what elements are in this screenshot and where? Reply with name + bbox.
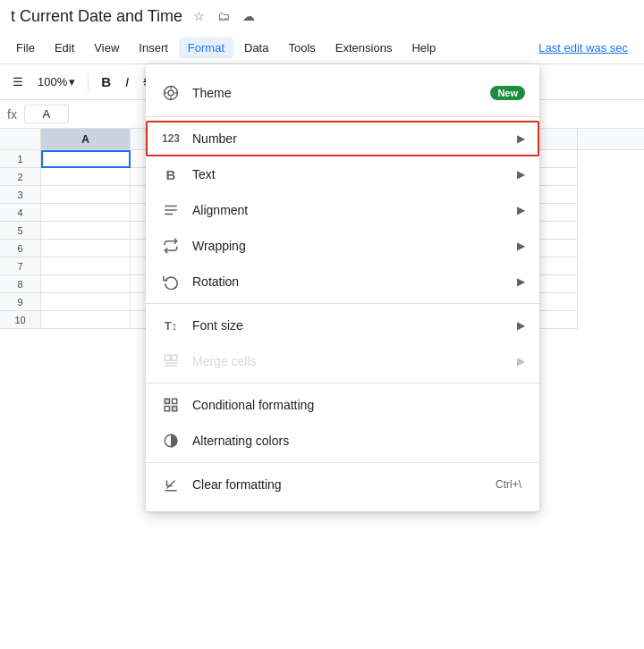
- grid-cell-a7[interactable]: [41, 257, 131, 275]
- wrapping-icon: [160, 235, 182, 257]
- svg-rect-13: [165, 399, 169, 403]
- text-arrow-icon: ▶: [517, 168, 525, 181]
- row-header-4: 4: [0, 204, 41, 222]
- svg-rect-16: [173, 407, 177, 411]
- text-label: Text: [192, 167, 517, 181]
- clear-formatting-label: Clear formatting: [192, 477, 496, 492]
- wrapping-menu-item[interactable]: Wrapping ▶: [146, 228, 539, 264]
- format-options-section: 123 Number ▶ B Text ▶ Alignment ▶: [146, 116, 539, 303]
- folder-icon[interactable]: 🗂: [215, 7, 233, 25]
- row-header-9: 9: [0, 293, 41, 311]
- grid-cell-a1[interactable]: [41, 150, 131, 168]
- svg-line-18: [167, 481, 175, 489]
- zoom-selector[interactable]: 100% ▾: [32, 72, 80, 92]
- menu-help[interactable]: Help: [402, 38, 445, 58]
- text-format-icon: B: [160, 164, 182, 185]
- row-header-1: 1: [0, 150, 41, 168]
- theme-label: Theme: [192, 86, 490, 100]
- title-icons: ☆ 🗂 ☁: [190, 7, 258, 25]
- svg-rect-9: [165, 355, 170, 360]
- rotation-menu-item[interactable]: Rotation ▶: [146, 264, 539, 299]
- grid-cell-a6[interactable]: [41, 240, 131, 257]
- font-size-label: Font size: [192, 318, 517, 333]
- clear-formatting-menu-item[interactable]: Clear formatting Ctrl+\: [146, 467, 539, 502]
- menu-view[interactable]: View: [85, 38, 128, 58]
- document-title: t Current Date and Time: [11, 7, 182, 26]
- svg-rect-15: [165, 407, 169, 411]
- title-bar: t Current Date and Time ☆ 🗂 ☁: [0, 0, 644, 32]
- menu-bar: File Edit View Insert Format Data Tools …: [0, 32, 644, 64]
- alignment-menu-item[interactable]: Alignment ▶: [146, 192, 539, 228]
- toolbar-divider-1: [88, 73, 89, 91]
- svg-rect-10: [172, 355, 177, 360]
- star-icon[interactable]: ☆: [190, 7, 208, 25]
- italic-button[interactable]: I: [120, 71, 134, 93]
- menu-tools[interactable]: Tools: [279, 38, 324, 58]
- grid-cell-a2[interactable]: [41, 168, 131, 186]
- grid-cell-a4[interactable]: [41, 204, 131, 222]
- alternating-colors-icon: [160, 430, 182, 451]
- alignment-icon: [160, 199, 182, 221]
- row-header-10: 10: [0, 311, 41, 329]
- theme-section: Theme New: [146, 70, 539, 116]
- grid-cell-a3[interactable]: [41, 186, 131, 204]
- menu-data[interactable]: Data: [235, 38, 277, 58]
- theme-icon: [160, 82, 182, 104]
- number-icon: 123: [160, 128, 182, 149]
- alternating-colors-menu-item[interactable]: Alternating colors: [146, 423, 539, 459]
- wrapping-arrow-icon: ▶: [517, 240, 525, 252]
- merge-cells-arrow-icon: ▶: [517, 355, 525, 367]
- svg-point-1: [168, 90, 174, 96]
- alternating-colors-label: Alternating colors: [192, 434, 525, 448]
- theme-menu-item[interactable]: Theme New: [146, 73, 539, 113]
- row-header-6: 6: [0, 240, 41, 257]
- format-dropdown-menu: Theme New 123 Number ▶ B Text ▶: [146, 64, 539, 511]
- grid-cell-a10[interactable]: [41, 311, 131, 329]
- text-menu-item[interactable]: B Text ▶: [146, 156, 539, 192]
- font-size-menu-item[interactable]: T↕ Font size ▶: [146, 308, 539, 343]
- grid-cell-a8[interactable]: [41, 275, 131, 293]
- cloud-icon[interactable]: ☁: [240, 7, 258, 25]
- fontsize-section: T↕ Font size ▶ Merge cells ▶: [146, 303, 539, 383]
- new-badge: New: [490, 86, 525, 100]
- rotation-icon: [160, 271, 182, 292]
- zoom-value: 100%: [38, 75, 67, 88]
- font-size-icon: T↕: [160, 315, 182, 336]
- clear-formatting-icon: [160, 474, 182, 495]
- svg-rect-14: [173, 399, 177, 403]
- clear-section: Clear formatting Ctrl+\: [146, 462, 539, 506]
- number-arrow-icon: ▶: [517, 132, 525, 145]
- row-header-2: 2: [0, 168, 41, 186]
- menu-insert[interactable]: Insert: [130, 38, 177, 58]
- merge-cells-label: Merge cells: [192, 354, 517, 368]
- menu-extensions[interactable]: Extensions: [326, 38, 402, 58]
- number-label: Number: [192, 131, 517, 146]
- menu-file[interactable]: File: [7, 38, 44, 58]
- cell-reference[interactable]: A: [24, 105, 69, 123]
- menu-format[interactable]: Format: [179, 38, 233, 58]
- menu-edit[interactable]: Edit: [46, 38, 83, 58]
- row-header-8: 8: [0, 275, 41, 293]
- wrapping-label: Wrapping: [192, 239, 517, 253]
- conditional-section: Conditional formatting Alternating color…: [146, 383, 539, 462]
- zoom-arrow-icon: ▾: [69, 75, 75, 88]
- function-icon: fx: [7, 107, 17, 122]
- grid-cell-a9[interactable]: [41, 293, 131, 311]
- col-header-a[interactable]: A: [41, 129, 131, 149]
- grid-corner: [0, 129, 41, 149]
- merge-cells-menu-item[interactable]: Merge cells ▶: [146, 343, 539, 379]
- conditional-formatting-menu-item[interactable]: Conditional formatting: [146, 387, 539, 423]
- number-menu-item[interactable]: 123 Number ▶: [146, 121, 539, 156]
- menu-icon-btn[interactable]: ☰: [7, 72, 29, 92]
- font-size-arrow-icon: ▶: [517, 319, 525, 332]
- row-header-5: 5: [0, 222, 41, 240]
- alignment-label: Alignment: [192, 203, 517, 217]
- merge-cells-icon: [160, 350, 182, 372]
- alignment-arrow-icon: ▶: [517, 204, 525, 216]
- bold-button[interactable]: B: [96, 71, 116, 93]
- rotation-label: Rotation: [192, 274, 517, 289]
- last-edit-label[interactable]: Last edit was sec: [530, 38, 637, 58]
- row-header-7: 7: [0, 257, 41, 275]
- grid-cell-a5[interactable]: [41, 222, 131, 240]
- clear-formatting-shortcut: Ctrl+\: [496, 478, 521, 491]
